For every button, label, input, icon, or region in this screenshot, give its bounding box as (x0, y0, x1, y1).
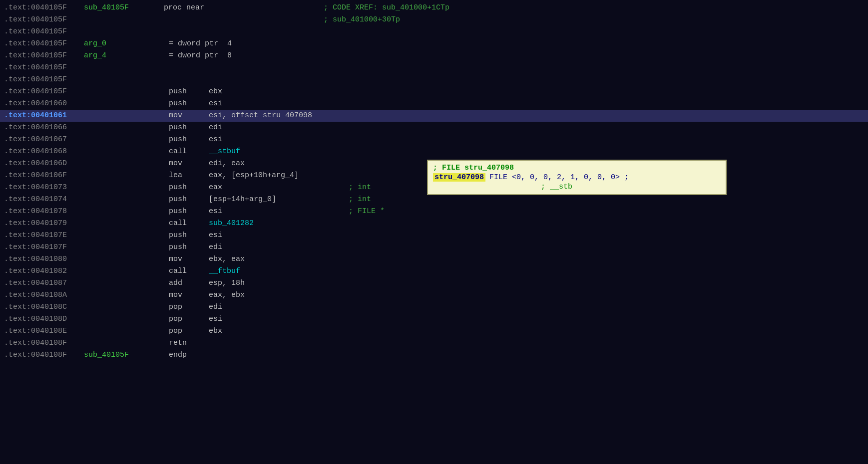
mnemonic: push (169, 230, 209, 241)
code-line: .text:0040105F (0, 26, 868, 38)
code-line: .text:0040107E push esi (0, 230, 868, 241)
address: .text:0040105F (4, 38, 84, 49)
address: .text:00401080 (4, 253, 84, 265)
operand: [esp+14h+arg_0] (209, 194, 349, 205)
code-line: .text:0040105F (0, 62, 868, 74)
address: .text:00401082 (4, 265, 84, 277)
mnemonic: push (169, 86, 209, 97)
address: .text:0040106F (4, 170, 84, 181)
mnemonic: endp (169, 349, 187, 361)
highlighted-address: .text:00401061 (4, 110, 84, 121)
mnemonic: pop (169, 313, 209, 325)
comment: ; int (349, 182, 371, 193)
code-line: .text:00401082 call __ftbuf (0, 265, 868, 277)
operand: ebx (209, 325, 222, 337)
address: .text:00401066 (4, 122, 84, 133)
address: .text:0040108A (4, 289, 84, 301)
code-line: .text:00401074 push [esp+14h+arg_0] ; in… (0, 194, 868, 206)
code-line: .text:00401067 push esi (0, 134, 868, 146)
tooltip-popup: ; FILE stru_407098 stru_407098 FILE <0, … (427, 160, 727, 195)
code-line: .text:0040105F (0, 74, 868, 86)
mnemonic: push (169, 206, 209, 217)
code-line: .text:0040108F sub_40105F endp (0, 349, 868, 361)
comment: ; sub_401000+30Tp (324, 14, 400, 25)
mnemonic: push (169, 98, 209, 109)
highlighted-operand: stru_407098 (263, 111, 312, 120)
address: .text:0040107E (4, 230, 84, 241)
arg-label: arg_4 (84, 50, 164, 61)
address: .text:00401078 (4, 206, 84, 217)
operand: ebx (209, 86, 222, 97)
code-line: .text:0040108A mov eax, ebx (0, 289, 868, 301)
tooltip-line3: ; __stb (433, 183, 721, 191)
mnemonic: add (169, 277, 209, 289)
code-view: .text:0040105F sub_40105F proc near ; CO… (0, 0, 868, 464)
code-line: .text:0040105F ; sub_401000+30Tp (0, 14, 868, 26)
address: .text:0040105F (4, 14, 84, 25)
operand: eax, ebx (209, 289, 245, 301)
address: .text:0040105F (4, 62, 84, 73)
code-line: .text:0040108F retn (0, 337, 868, 349)
address: .text:0040105F (4, 2, 84, 13)
code-line: .text:0040105F arg_0 = dword ptr 4 (0, 38, 868, 50)
address: .text:00401067 (4, 134, 84, 145)
comment: ; int (349, 194, 371, 205)
mnemonic: mov (169, 158, 209, 169)
mnemonic: call (169, 146, 209, 157)
operand: esi (209, 206, 349, 217)
code-line: .text:00401060 push esi (0, 98, 868, 110)
address: .text:00401068 (4, 146, 84, 157)
arg-label: arg_0 (84, 38, 164, 49)
label: sub_40105F (84, 349, 164, 361)
mnemonic: call (169, 265, 209, 277)
mnemonic: push (169, 122, 209, 133)
operand: esi (209, 98, 222, 109)
mnemonic: call (169, 218, 209, 229)
mnemonic: mov (169, 110, 209, 121)
mnemonic: pop (169, 325, 209, 337)
code-line: .text:00401066 push edi (0, 122, 868, 134)
address: .text:00401087 (4, 277, 84, 289)
tooltip-line1: ; FILE stru_407098 (433, 164, 721, 172)
address: .text:0040105F (4, 50, 84, 61)
operand: eax, [esp+10h+arg_4] (209, 170, 299, 181)
operand: edi, eax (209, 158, 245, 169)
address: .text:0040105F (4, 74, 84, 85)
operand: esp, 18h (209, 277, 245, 289)
address: .text:0040108F (4, 349, 84, 361)
operand: eax (209, 182, 349, 193)
code-line: .text:0040105F push ebx (0, 86, 868, 98)
operand-cyan: sub_401282 (209, 218, 254, 229)
label: sub_40105F (84, 2, 164, 13)
mnemonic: push (169, 241, 209, 253)
code-line: .text:0040108D pop esi (0, 313, 868, 325)
tooltip-line2: stru_407098 FILE <0, 0, 0, 2, 1, 0, 0, 0… (433, 173, 721, 182)
address: .text:0040106D (4, 158, 84, 169)
operand: edi (209, 241, 222, 253)
address: .text:0040108D (4, 313, 84, 325)
operand: esi (209, 134, 222, 145)
address: .text:00401073 (4, 182, 84, 193)
mnemonic: lea (169, 170, 209, 181)
tooltip-struct-label: stru_407098 (433, 173, 485, 182)
code-line: .text:00401079 call sub_401282 (0, 218, 868, 230)
mnemonic: push (169, 134, 209, 145)
operand: edi (209, 122, 222, 133)
code-line: .text:0040105F arg_4 = dword ptr 8 (0, 50, 868, 62)
code-line: .text:0040108E pop ebx (0, 325, 868, 337)
address: .text:00401060 (4, 98, 84, 109)
code-line: .text:00401080 mov ebx, eax (0, 253, 868, 265)
code-line: .text:00401078 push esi ; FILE * (0, 206, 868, 218)
operand: edi (209, 301, 222, 313)
operand: esi (209, 230, 222, 241)
code-line: .text:0040107F push edi (0, 241, 868, 253)
mnemonic: = dword ptr 4 (169, 38, 232, 49)
mnemonic: mov (169, 289, 209, 301)
highlighted-line: .text:00401061 mov esi, offset stru_4070… (0, 110, 868, 122)
mnemonic: pop (169, 301, 209, 313)
mnemonic: retn (169, 337, 209, 349)
operand-cyan: __stbuf (209, 146, 240, 157)
operand: ebx, eax (209, 253, 245, 265)
address: .text:0040107F (4, 241, 84, 253)
operand: esi (209, 313, 222, 325)
